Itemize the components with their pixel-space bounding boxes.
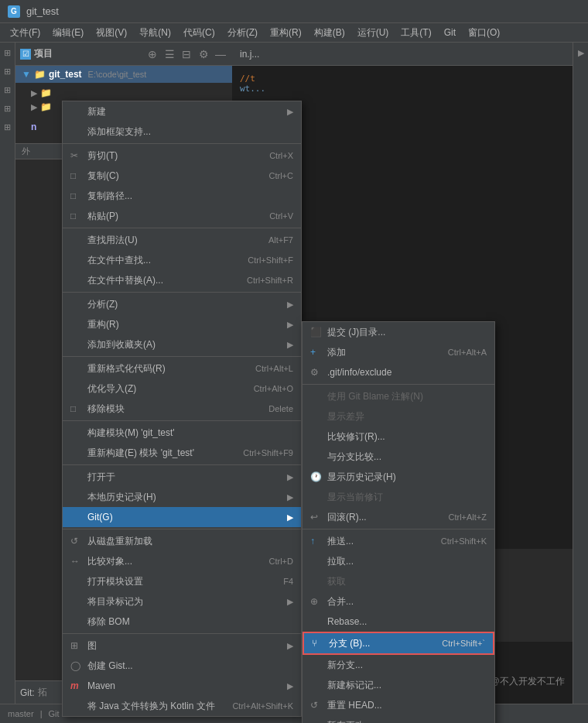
git-sep-2 (303, 529, 494, 529)
menu-edit[interactable]: 编辑(E) (46, 25, 90, 41)
menu-run[interactable]: 运行(U) (351, 25, 395, 41)
separator-8 (63, 633, 301, 634)
ctx-find-in-files[interactable]: 在文件中查找... Ctrl+Shift+F (63, 250, 301, 270)
ctx-open-in[interactable]: 打开于 ▶ (63, 467, 301, 487)
git-sub-commit[interactable]: ⬛ 提交 (J)目录... (303, 322, 494, 342)
ctx-compare[interactable]: ↔ 比较对象... Ctrl+D (63, 551, 301, 571)
ctx-local-history[interactable]: 本地历史记录(H) ▶ (63, 487, 301, 507)
menu-code[interactable]: 代码(C) (177, 25, 221, 41)
menu-git[interactable]: Git (438, 26, 462, 39)
ctx-find-usages[interactable]: 查找用法(U) Alt+F7 (63, 230, 301, 250)
git-sub-add[interactable]: + 添加 Ctrl+Alt+A (303, 342, 494, 362)
ctx-build-module[interactable]: 构建模块(M) 'git_test' (63, 423, 301, 443)
git-sub-compare-branch[interactable]: 与分支比较... (303, 447, 494, 467)
ctx-refactor[interactable]: 重构(R) ▶ (63, 314, 301, 334)
ctx-analyze[interactable]: 分析(Z) ▶ (63, 294, 301, 314)
left-icon-3[interactable]: ⊞ (2, 84, 14, 96)
reset-icon: ↺ (310, 700, 324, 711)
git-push-label: 拓 (38, 686, 47, 699)
status-git: Git (48, 709, 59, 718)
menu-file[interactable]: 文件(F) (4, 25, 46, 41)
toolbar-btn-minus[interactable]: ⊟ (179, 47, 193, 61)
status-sep-1: | (40, 709, 43, 718)
menu-analyze[interactable]: 分析(Z) (221, 25, 264, 41)
panel-toolbar: ☑ 项目 ⊕ ☰ ⊟ ⚙ — (15, 43, 232, 66)
git-sub-rebase[interactable]: Rebase... (303, 612, 494, 632)
ctx-remove-bom[interactable]: 移除 BOM (63, 612, 301, 632)
git-sub-show-current: 显示当前修订 (303, 487, 494, 507)
menu-navigate[interactable]: 导航(N) (133, 25, 177, 41)
ctx-cut[interactable]: ✂ 剪切(T) Ctrl+X (63, 146, 301, 166)
project-path: E:\code\git_test (88, 70, 147, 79)
ctx-diagram[interactable]: ⊞ 图 ▶ (63, 636, 301, 656)
menu-window[interactable]: 窗口(O) (462, 25, 506, 41)
rollback-icon: ↩ (310, 512, 324, 523)
left-icon-5[interactable]: ⊞ (2, 121, 14, 133)
git-sub-fetch: 获取 (303, 571, 494, 591)
ctx-new[interactable]: 新建 ▶ (63, 101, 301, 122)
menu-view[interactable]: 视图(V) (90, 25, 133, 41)
toolbar-btn-globe[interactable]: ⊕ (145, 47, 159, 61)
project-checkbox: ☑ (20, 49, 31, 60)
ctx-rebuild-module[interactable]: 重新构建(E) 模块 'git_test' Ctrl+Shift+F9 (63, 443, 301, 463)
app-icon: G (8, 5, 20, 18)
git-sub-new-branch[interactable]: 新分支... (303, 655, 494, 675)
menu-refactor[interactable]: 重构(R) (264, 25, 308, 41)
ctx-git[interactable]: Git(G) ▶ (63, 507, 301, 527)
ctx-reload-from-disk[interactable]: ↺ 从磁盘重新加载 (63, 531, 301, 551)
ctx-module-settings[interactable]: 打开模块设置 F4 (63, 571, 301, 591)
separator-7 (63, 529, 301, 529)
add-icon: + (310, 347, 324, 358)
ctx-maven[interactable]: m Maven ▶ (63, 676, 301, 696)
arrow-diagram: ▶ (287, 641, 293, 651)
chevron-right-icon: ▶ (31, 88, 37, 98)
ctx-add-framework[interactable]: 添加框架支持... (63, 122, 301, 142)
git-sub-push[interactable]: ↑ 推送... Ctrl+Shift+K (303, 531, 494, 551)
ctx-optimize-imports[interactable]: 优化导入(Z) Ctrl+Alt+O (63, 379, 301, 399)
panel-section-label: 外 (22, 146, 30, 157)
toolbar-btn-close[interactable]: — (214, 47, 227, 61)
git-sub-exclude[interactable]: ⚙ .git/info/exclude (303, 362, 494, 382)
git-submenu: ⬛ 提交 (J)目录... + 添加 Ctrl+Alt+A ⚙ .git/inf… (302, 321, 495, 723)
git-sub-show-history[interactable]: 🕐 显示历史记录(H) (303, 467, 494, 487)
ctx-replace-in-files[interactable]: 在文件中替换(A)... Ctrl+Shift+R (63, 270, 301, 290)
left-icon-2[interactable]: ⊞ (2, 65, 14, 77)
ctx-copy[interactable]: □ 复制(C) Ctrl+C (63, 166, 301, 186)
git-sub-stash[interactable]: 暂存更改... (303, 715, 494, 723)
folder-icon-3: 📁 (40, 87, 52, 98)
git-label: Git: (20, 687, 35, 698)
ctx-remove-module[interactable]: □ 移除模块 Delete (63, 399, 301, 419)
git-sub-compare-revision[interactable]: 比较修订(R)... (303, 427, 494, 447)
copy-path-icon: □ (70, 190, 84, 201)
ctx-add-to-favorites[interactable]: 添加到收藏夹(A) ▶ (63, 334, 301, 355)
github-icon: ◯ (70, 660, 84, 671)
arrow-git: ▶ (287, 512, 293, 523)
left-icon-1[interactable]: ⊞ (2, 46, 14, 59)
ctx-copy-path[interactable]: □ 复制路径... (63, 186, 301, 206)
left-icon-4[interactable]: ⊞ (2, 102, 14, 115)
ctx-reformat[interactable]: 重新格式化代码(R) Ctrl+Alt+L (63, 358, 301, 379)
folder-icon-2: 📁 (34, 69, 46, 80)
status-branch: master (8, 709, 34, 718)
project-root[interactable]: ▼ 📁 git_test E:\code\git_test (15, 66, 232, 83)
ctx-mark-dir[interactable]: 将目录标记为 ▶ (63, 591, 301, 612)
arrow-maven: ▶ (287, 681, 293, 691)
right-icon-1[interactable]: ▶ (575, 46, 587, 59)
ctx-create-gist[interactable]: ◯ 创建 Gist... (63, 656, 301, 676)
git-sub-pull[interactable]: 拉取... (303, 551, 494, 571)
menu-bar: 文件(F) 编辑(E) 视图(V) 导航(N) 代码(C) 分析(Z) 重构(R… (0, 23, 588, 43)
toolbar-btn-gear[interactable]: ⚙ (197, 47, 210, 61)
editor-tab-bar: in.j... (232, 43, 573, 66)
tree-item-1[interactable]: ▶ 📁 (15, 86, 232, 100)
git-sub-reset-head[interactable]: ↺ 重置 HEAD... (303, 695, 494, 715)
toolbar-btn-list[interactable]: ☰ (162, 47, 176, 61)
commit-icon: ⬛ (310, 327, 324, 338)
git-sub-rollback[interactable]: ↩ 回滚(R)... Ctrl+Alt+Z (303, 507, 494, 527)
git-sub-new-tag[interactable]: 新建标记记... (303, 675, 494, 695)
menu-tools[interactable]: 工具(T) (395, 25, 437, 41)
git-sub-branch[interactable]: ⑂ 分支 (B)... Ctrl+Shift+` (304, 633, 493, 653)
ctx-paste[interactable]: □ 粘贴(P) Ctrl+V (63, 206, 301, 226)
git-sub-merge[interactable]: ⊕ 合并... (303, 591, 494, 612)
ctx-kotlin-convert[interactable]: 将 Java 文件转换为 Kotlin 文件 Ctrl+Alt+Shift+K (63, 696, 301, 716)
menu-build[interactable]: 构建(B) (308, 25, 351, 41)
